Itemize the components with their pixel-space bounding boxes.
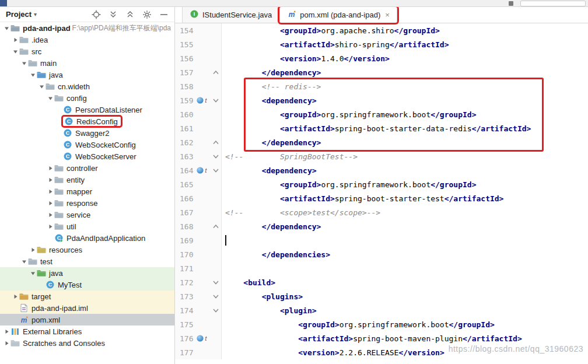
folder-icon: [54, 187, 65, 196]
code-line[interactable]: 161 <artifactId>spring-boot-starter-data…: [175, 121, 588, 135]
code-line[interactable]: 156 <version>1.4.0</version>: [175, 51, 588, 65]
chevron-right-icon[interactable]: [46, 189, 54, 194]
tree-item-util[interactable]: util: [0, 220, 174, 232]
tab-label: IStudentService.java: [202, 10, 272, 19]
project-panel-title[interactable]: Project: [6, 10, 32, 19]
code-text: <groupId>org.apache.shiro</groupId>: [222, 23, 588, 37]
code-line[interactable]: 172 <build>: [175, 275, 588, 289]
fold-marker-icon[interactable]: [211, 99, 220, 103]
fold-marker-icon[interactable]: [211, 295, 220, 299]
code-editor[interactable]: 154 <groupId>org.apache.shiro</groupId>1…: [175, 23, 588, 364]
chevron-right-icon[interactable]: [2, 329, 10, 334]
fold-marker-icon[interactable]: [211, 71, 220, 75]
fold-marker-icon[interactable]: [211, 155, 220, 159]
code-line[interactable]: 160 <groupId>org.springframework.boot</g…: [175, 107, 588, 121]
tree-item-pda-and-ipad[interactable]: pda-and-ipadF:\app\PDA端和推车平板端\pda: [0, 22, 174, 34]
settings-gear-icon[interactable]: [142, 10, 152, 19]
code-line[interactable]: 167<!-- <scope>test</scope>-->: [175, 205, 588, 219]
tree-item-response[interactable]: response: [0, 197, 174, 209]
chevron-right-icon[interactable]: [46, 201, 54, 206]
close-icon[interactable]: ×: [385, 10, 390, 19]
code-line[interactable]: 168 </dependency>: [175, 219, 588, 233]
code-line[interactable]: 154 <groupId>org.apache.shiro</groupId>: [175, 23, 588, 37]
tree-item-content: response: [54, 198, 99, 208]
chevron-down-icon[interactable]: [2, 26, 10, 31]
code-line[interactable]: 169: [175, 233, 588, 247]
code-line[interactable]: 176t <artifactId>spring-boot-maven-plugi…: [175, 331, 588, 345]
tree-item-redisconfig[interactable]: CRedisConfig: [0, 116, 174, 127]
fold-marker-icon[interactable]: [211, 169, 220, 173]
tree-item-java[interactable]: java: [0, 69, 174, 80]
tree-item-pdaandipadapplication[interactable]: CPdaAndIpadApplication: [0, 232, 174, 244]
code-line[interactable]: 155 <artifactId>shiro-spring</artifactId…: [175, 37, 588, 51]
tree-item-service[interactable]: service: [0, 209, 174, 220]
hide-panel-icon[interactable]: [159, 10, 169, 19]
tree-item-controller[interactable]: controller: [0, 162, 174, 174]
chevron-right-icon[interactable]: [46, 224, 54, 229]
tree-item-src[interactable]: src: [0, 46, 174, 57]
code-line[interactable]: 174 <plugin>: [175, 303, 588, 317]
chevron-right-icon[interactable]: [46, 212, 54, 218]
chevron-down-icon[interactable]: [29, 271, 37, 276]
expand-all-icon[interactable]: [108, 10, 118, 19]
tab-pom-xml-pda-and-ipad[interactable]: mpom.xml (pda-and-ipad)×: [279, 7, 397, 23]
chevron-down-icon[interactable]: [29, 72, 37, 78]
tree-item-mytest[interactable]: CMyTest: [0, 279, 174, 290]
chevron-down-icon[interactable]: [46, 96, 54, 101]
tree-item-websocketconfig[interactable]: CWebSocketConfig: [0, 139, 174, 150]
tree-item-mapper[interactable]: mapper: [0, 186, 174, 197]
tree-item-config[interactable]: config: [0, 92, 174, 104]
tree-item-cn-wideth[interactable]: cn.wideth: [0, 80, 174, 92]
chevron-right-icon[interactable]: [46, 177, 54, 183]
tree-item-pom-xml[interactable]: mpom.xml: [0, 314, 174, 326]
chevron-down-icon[interactable]: [37, 84, 46, 89]
tree-item--idea[interactable]: .idea: [0, 34, 174, 46]
chevron-right-icon[interactable]: [11, 37, 19, 43]
tree-item-resources[interactable]: resources: [0, 244, 174, 256]
code-line[interactable]: 175 <groupId>org.springframework.boot</g…: [175, 317, 588, 331]
tree-item-test[interactable]: test: [0, 256, 174, 267]
code-line[interactable]: 170 </dependencies>: [175, 247, 588, 261]
run-config-widget-partial[interactable]: [520, 1, 586, 6]
chevron-right-icon[interactable]: [46, 166, 54, 171]
collapse-all-icon[interactable]: [125, 10, 135, 19]
fold-marker-icon[interactable]: [211, 141, 220, 145]
tree-item-main[interactable]: main: [0, 57, 174, 69]
chevron-right-icon[interactable]: [11, 294, 19, 299]
code-line[interactable]: 162 </dependency>: [175, 135, 588, 149]
tree-item-scratches-and-consoles[interactable]: Scratches and Consoles: [0, 337, 174, 349]
fold-marker-icon[interactable]: [211, 309, 220, 313]
code-line[interactable]: 164t <dependency>: [175, 163, 588, 177]
code-line[interactable]: 173 <plugins>: [175, 289, 588, 303]
tree-item-pda-and-ipad-iml[interactable]: pda-and-ipad.iml: [0, 302, 174, 314]
chevron-down-icon[interactable]: [20, 61, 28, 66]
code-line[interactable]: 165 <groupId>org.springframework.boot</g…: [175, 177, 588, 191]
code-line[interactable]: 166 <artifactId>spring-boot-starter-test…: [175, 191, 588, 205]
code-line[interactable]: 171: [175, 261, 588, 275]
code-text: <!-- redis-->: [222, 79, 588, 93]
tree-item-external-libraries[interactable]: External Libraries: [0, 326, 174, 337]
code-line[interactable]: 163<!-- SpringBootTest-->: [175, 149, 588, 163]
chevron-right-icon[interactable]: [2, 341, 10, 346]
chevron-down-icon[interactable]: ▾: [34, 11, 37, 18]
tree-item-java[interactable]: java: [0, 267, 174, 279]
tree-item-entity[interactable]: entity: [0, 174, 174, 186]
locate-icon[interactable]: [92, 10, 101, 19]
maven-gutter-icon[interactable]: t: [196, 334, 211, 342]
maven-gutter-icon[interactable]: t: [196, 96, 211, 104]
tree-item-target[interactable]: target: [0, 290, 174, 302]
code-line[interactable]: 158 <!-- redis-->: [175, 79, 588, 93]
chevron-right-icon[interactable]: [29, 247, 37, 253]
tree-item-swagger2[interactable]: CSwagger2: [0, 127, 174, 139]
maven-gutter-icon[interactable]: t: [196, 166, 211, 174]
tree-item-websocketserver[interactable]: CWebSocketServer: [0, 150, 174, 162]
tree-item-persondatalistener[interactable]: CPersonDataListener: [0, 104, 174, 116]
chevron-down-icon[interactable]: [11, 49, 19, 54]
editor-gutter: 177: [175, 345, 222, 359]
code-line[interactable]: 159t <dependency>: [175, 93, 588, 107]
fold-marker-icon[interactable]: [211, 281, 220, 285]
fold-marker-icon[interactable]: [211, 225, 220, 229]
tab-istudentservice-java[interactable]: IIStudentService.java: [182, 7, 279, 23]
chevron-down-icon[interactable]: [20, 259, 28, 264]
code-line[interactable]: 157 </dependency>: [175, 65, 588, 79]
